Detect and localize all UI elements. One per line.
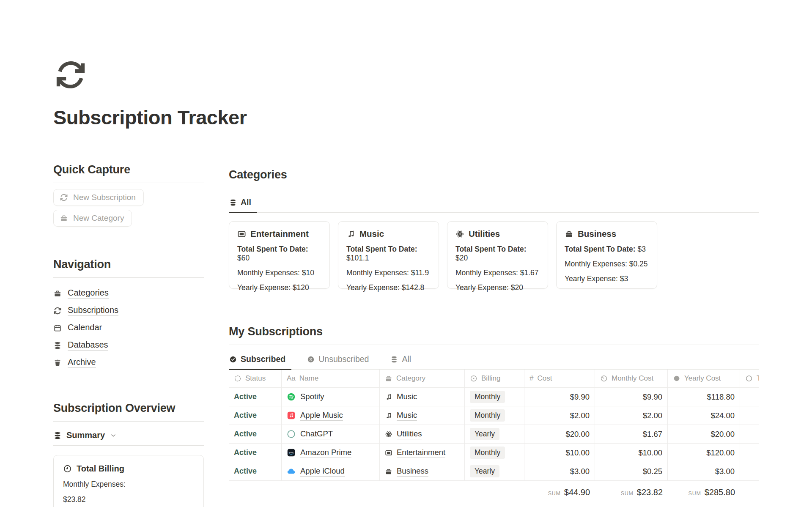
tab-unsubscribed[interactable]: Unsubscribed xyxy=(307,354,375,369)
subscription-name-link[interactable]: Apple Music xyxy=(300,411,343,421)
sync-icon xyxy=(53,58,88,91)
sidebar-item-categories[interactable]: Categories xyxy=(53,285,204,302)
category-cell[interactable]: Entertainment xyxy=(380,444,465,462)
billing-chip[interactable]: Monthly xyxy=(470,447,505,459)
category-cell[interactable]: Business xyxy=(380,462,465,481)
cost-cell[interactable]: $20.00 xyxy=(524,425,595,444)
column-header-yearly-cost[interactable]: Yearly Cost xyxy=(668,370,740,388)
status-value[interactable]: Active xyxy=(234,467,257,476)
status-value[interactable]: Active xyxy=(234,392,257,401)
category-card-entertainment[interactable]: Entertainment Total Spent To Date: $60 M… xyxy=(229,221,330,289)
status-cell[interactable]: Active xyxy=(229,406,282,425)
status-value[interactable]: Active xyxy=(234,430,257,438)
cost-value: $20.00 xyxy=(565,430,590,439)
column-label: Cost xyxy=(537,374,552,383)
column-header-monthly-cost[interactable]: Monthly Cost xyxy=(595,370,668,388)
status-cell[interactable]: Active xyxy=(229,462,282,481)
sidebar-item-subscriptions[interactable]: Subscriptions xyxy=(53,302,204,319)
tab-all-categories[interactable]: All xyxy=(229,197,257,212)
category-link[interactable]: Utilities xyxy=(397,429,422,439)
column-label: Name xyxy=(299,374,318,383)
name-cell[interactable]: Spotify xyxy=(282,388,380,406)
monthly-cost-cell: $0.25 xyxy=(595,462,668,481)
billing-chip[interactable]: Yearly xyxy=(470,465,499,477)
category-cell[interactable]: Music xyxy=(380,406,465,425)
circle-icon xyxy=(745,375,753,382)
column-header-cost[interactable]: # Cost xyxy=(524,370,595,388)
tab-label: Subscribed xyxy=(241,354,285,364)
database-icon xyxy=(53,431,62,440)
sum-yearly-cost[interactable]: SUM $285.80 xyxy=(668,482,740,497)
category-name: Music xyxy=(359,229,384,239)
column-header-status[interactable]: Status xyxy=(229,370,282,388)
billing-cell[interactable]: Yearly xyxy=(465,425,524,444)
cost-cell[interactable]: $2.00 xyxy=(524,406,595,425)
sidebar-item-archive[interactable]: Archive xyxy=(53,354,204,371)
status-value[interactable]: Active xyxy=(234,448,257,457)
sidebar-item-label[interactable]: Categories xyxy=(68,288,109,299)
sidebar-item-label[interactable]: Calendar xyxy=(68,323,102,333)
tab-subscribed[interactable]: Subscribed xyxy=(229,354,291,369)
tab-all[interactable]: All xyxy=(390,354,417,369)
subscription-name-link[interactable]: ChatGPT xyxy=(300,429,333,439)
tab-label: Unsubscribed xyxy=(318,354,369,364)
monthly-expenses-line: Monthly Expenses: $0.25 xyxy=(565,260,649,269)
billing-cell[interactable]: Yearly xyxy=(465,462,524,481)
category-link[interactable]: Business xyxy=(397,466,428,477)
sidebar-item-label[interactable]: Databases xyxy=(68,340,108,351)
subscription-name-link[interactable]: Amazon Prime xyxy=(300,448,351,458)
column-header-category[interactable]: Category xyxy=(380,370,465,388)
sum-monthly-cost[interactable]: SUM $23.82 xyxy=(595,482,668,497)
billing-cell[interactable]: Monthly xyxy=(465,388,524,406)
new-category-button[interactable]: New Category xyxy=(53,210,132,227)
sidebar-item-label[interactable]: Archive xyxy=(68,357,96,368)
column-header-name[interactable]: Aa Name xyxy=(282,370,380,388)
column-label: Monthly Cost xyxy=(612,374,653,383)
status-cell[interactable]: Active xyxy=(229,388,282,406)
category-cell[interactable]: Utilities xyxy=(380,425,465,444)
billing-cell[interactable]: Monthly xyxy=(465,406,524,425)
category-card-business[interactable]: Business Total Spent To Date: $3 Monthly… xyxy=(556,221,657,289)
column-header-truncated[interactable]: T xyxy=(740,370,759,388)
name-cell[interactable]: Apple iCloud xyxy=(282,462,380,481)
tab-label: All xyxy=(402,354,411,364)
status-cell[interactable]: Active xyxy=(229,425,282,444)
sidebar-item-databases[interactable]: Databases xyxy=(53,337,204,354)
name-cell[interactable]: ChatGPT xyxy=(282,425,380,444)
monthly-expenses-line: Monthly Expenses: $11.9 xyxy=(346,269,431,277)
sidebar-item-label[interactable]: Subscriptions xyxy=(68,305,118,316)
name-cell[interactable]: Amazon Prime xyxy=(282,444,380,462)
cost-cell[interactable]: $3.00 xyxy=(524,462,595,481)
category-cell[interactable]: Music xyxy=(380,388,465,406)
apple-music-icon xyxy=(287,411,296,420)
column-header-billing[interactable]: Billing xyxy=(465,370,524,388)
billing-chip[interactable]: Monthly xyxy=(470,391,505,403)
name-cell[interactable]: Apple Music xyxy=(282,406,380,425)
briefcase-icon xyxy=(60,214,68,222)
cost-cell[interactable]: $10.00 xyxy=(524,444,595,462)
prime-video-icon xyxy=(287,448,296,457)
total-spent-label: Total Spent To Date: xyxy=(346,245,417,253)
subscription-name-link[interactable]: Spotify xyxy=(300,392,324,402)
monthly-cost-cell: $10.00 xyxy=(595,444,668,462)
status-value[interactable]: Active xyxy=(234,411,257,420)
categories-tabs: All xyxy=(229,197,759,213)
new-subscription-button[interactable]: New Subscription xyxy=(53,189,144,206)
status-cell[interactable]: Active xyxy=(229,444,282,462)
billing-chip[interactable]: Monthly xyxy=(470,409,505,422)
category-link[interactable]: Music xyxy=(397,411,417,421)
category-link[interactable]: Music xyxy=(397,392,417,402)
category-card-utilities[interactable]: Utilities Total Spent To Date: $20 Month… xyxy=(447,221,548,289)
total-billing-title: Total Billing xyxy=(77,464,124,474)
subscription-name-link[interactable]: Apple iCloud xyxy=(300,466,345,477)
category-card-music[interactable]: Music Total Spent To Date: $101.1 Monthl… xyxy=(338,221,439,289)
summary-view-switcher[interactable]: Summary xyxy=(53,430,204,446)
category-link[interactable]: Entertainment xyxy=(397,448,445,458)
billing-chip[interactable]: Yearly xyxy=(470,428,499,440)
sum-cost[interactable]: SUM $44.90 xyxy=(524,482,595,497)
sidebar-item-calendar[interactable]: Calendar xyxy=(53,319,204,337)
cost-cell[interactable]: $9.90 xyxy=(524,388,595,406)
monthly-cost-value: $2.00 xyxy=(643,411,662,420)
status-ring-icon xyxy=(234,375,241,382)
billing-cell[interactable]: Monthly xyxy=(465,444,524,462)
